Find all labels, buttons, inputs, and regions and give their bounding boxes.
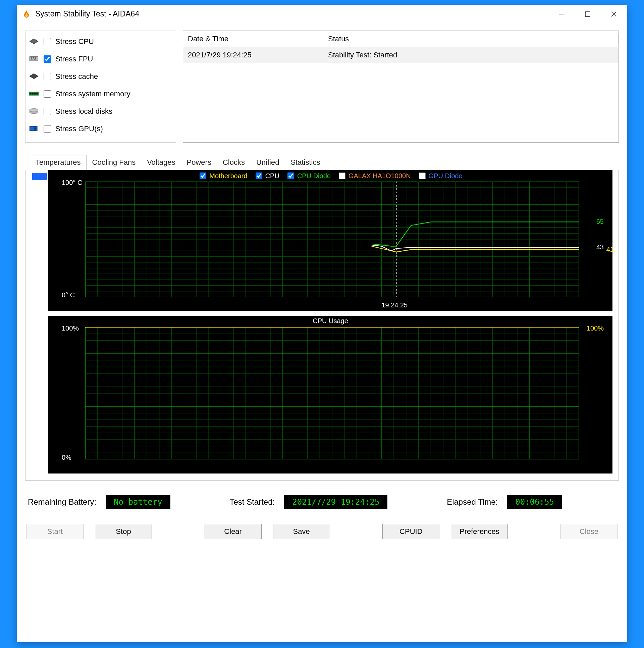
series-thumb[interactable] bbox=[32, 173, 47, 180]
memory-icon bbox=[29, 90, 39, 98]
stress-checkbox[interactable] bbox=[44, 55, 51, 63]
svg-rect-11 bbox=[34, 93, 36, 95]
window-controls bbox=[548, 6, 627, 22]
temp-grid bbox=[85, 182, 579, 297]
preferences-button[interactable]: Preferences bbox=[451, 524, 508, 539]
cache-icon bbox=[29, 73, 39, 80]
top-row: Stress CPU123Stress FPUStress cacheStres… bbox=[25, 31, 619, 143]
legend-label: CPU bbox=[265, 172, 279, 180]
event-log[interactable]: Date & Time Status 2021/7/29 19:24:25Sta… bbox=[183, 31, 619, 143]
stress-label: Stress CPU bbox=[55, 37, 94, 46]
close-button[interactable] bbox=[601, 6, 627, 22]
stress-label: Stress GPU(s) bbox=[55, 124, 103, 133]
tab-powers[interactable]: Powers bbox=[181, 155, 217, 170]
stress-option-cache[interactable]: Stress cache bbox=[29, 68, 172, 85]
log-header-time[interactable]: Date & Time bbox=[183, 35, 324, 43]
legend-checkbox[interactable] bbox=[287, 172, 294, 179]
started-label: Test Started: bbox=[229, 497, 275, 507]
log-row[interactable]: 2021/7/29 19:24:25Stability Test: Starte… bbox=[183, 47, 619, 63]
tab-statistics[interactable]: Statistics bbox=[285, 155, 326, 170]
elapsed-label: Elapsed Time: bbox=[447, 497, 498, 507]
stress-label: Stress FPU bbox=[55, 55, 93, 63]
stress-checkbox[interactable] bbox=[44, 38, 51, 45]
cpu-title: CPU Usage bbox=[48, 317, 612, 325]
elapsed-value: 00:06:55 bbox=[507, 495, 562, 509]
stress-checkbox[interactable] bbox=[44, 125, 51, 133]
legend-checkbox[interactable] bbox=[419, 172, 426, 179]
start-button[interactable]: Start bbox=[26, 524, 84, 539]
tab-unified[interactable]: Unified bbox=[251, 155, 285, 170]
log-header: Date & Time Status bbox=[183, 31, 619, 47]
started-value: 2021/7/29 19:24:25 bbox=[284, 495, 387, 509]
log-time: 2021/7/29 19:24:25 bbox=[183, 51, 324, 59]
legend-gpu-diode[interactable]: GPU Diode bbox=[418, 171, 463, 180]
window-title: System Stability Test - AIDA64 bbox=[35, 9, 548, 18]
legend-checkbox[interactable] bbox=[256, 172, 262, 179]
fpu-icon: 123 bbox=[29, 55, 39, 63]
battery-value: No battery bbox=[106, 495, 170, 509]
stress-checkbox[interactable] bbox=[44, 90, 51, 98]
stop-button[interactable]: Stop bbox=[95, 524, 152, 539]
svg-rect-12 bbox=[37, 93, 38, 95]
stress-option-fpu[interactable]: 123Stress FPU bbox=[29, 50, 172, 68]
graph-area: MotherboardCPUCPU DiodeGALAX HA1O1000NGP… bbox=[25, 170, 619, 481]
cpu-grid bbox=[85, 327, 579, 459]
graph-tabs: TemperaturesCooling FansVoltagesPowersCl… bbox=[25, 155, 619, 170]
maximize-button[interactable] bbox=[575, 6, 601, 22]
temp-y-min: 0° C bbox=[62, 291, 75, 299]
tab-cooling-fans[interactable]: Cooling Fans bbox=[87, 155, 142, 170]
stress-label: Stress local disks bbox=[55, 107, 112, 116]
legend-cpu[interactable]: CPU bbox=[254, 171, 279, 180]
legend-cpu-diode[interactable]: CPU Diode bbox=[286, 171, 331, 180]
clear-button[interactable]: Clear bbox=[205, 524, 262, 539]
tab-temperatures[interactable]: Temperatures bbox=[30, 155, 87, 170]
tab-clocks[interactable]: Clocks bbox=[217, 155, 251, 170]
series-thumbnails bbox=[32, 170, 48, 311]
separator bbox=[25, 519, 619, 519]
stress-option-cpu[interactable]: Stress CPU bbox=[29, 33, 172, 50]
legend-label: GALAX HA1O1000N bbox=[348, 172, 411, 180]
legend-galax-ha1o1000n[interactable]: GALAX HA1O1000N bbox=[337, 171, 411, 180]
log-header-status[interactable]: Status bbox=[324, 35, 619, 43]
legend-motherboard[interactable]: Motherboard bbox=[198, 171, 247, 180]
minimize-button[interactable] bbox=[548, 6, 575, 22]
cpuid-button[interactable]: CPUID bbox=[382, 524, 439, 539]
cpu-thumbnails bbox=[32, 316, 48, 473]
button-row: Start Stop Clear Save CPUID Preferences … bbox=[25, 524, 619, 547]
stress-checkbox[interactable] bbox=[44, 73, 51, 80]
legend-label: Motherboard bbox=[209, 172, 247, 180]
temperature-chart[interactable]: MotherboardCPUCPU DiodeGALAX HA1O1000NGP… bbox=[48, 170, 612, 311]
stress-option-memory[interactable]: Stress system memory bbox=[29, 85, 172, 103]
cpu-y-min: 0% bbox=[62, 454, 71, 461]
temperature-legend: MotherboardCPUCPU DiodeGALAX HA1O1000NGP… bbox=[48, 171, 612, 180]
stress-options: Stress CPU123Stress FPUStress cacheStres… bbox=[25, 31, 176, 143]
legend-label: CPU Diode bbox=[297, 172, 331, 180]
cpu-usage-graph-container: CPU Usage 100% 0% 100% bbox=[25, 316, 619, 473]
svg-rect-9 bbox=[30, 93, 32, 95]
flame-icon bbox=[22, 9, 31, 19]
svg-rect-10 bbox=[32, 93, 34, 95]
temp-readout: 41 bbox=[606, 246, 614, 253]
stress-option-disk[interactable]: Stress local disks bbox=[29, 103, 172, 120]
svg-text:123: 123 bbox=[31, 57, 36, 61]
cpu-usage-chart[interactable]: CPU Usage 100% 0% 100% bbox=[48, 316, 612, 473]
temp-readout: 65 bbox=[596, 218, 604, 226]
gpu-icon bbox=[29, 125, 39, 133]
svg-point-15 bbox=[30, 111, 38, 114]
app-window: System Stability Test - AIDA64 Stress CP… bbox=[17, 5, 627, 642]
stress-option-gpu[interactable]: Stress GPU(s) bbox=[29, 120, 172, 138]
legend-label: GPU Diode bbox=[429, 172, 463, 180]
legend-checkbox[interactable] bbox=[200, 172, 206, 179]
close-app-button[interactable]: Close bbox=[560, 524, 618, 539]
tab-voltages[interactable]: Voltages bbox=[141, 155, 181, 170]
battery-label: Remaining Battery: bbox=[28, 497, 96, 507]
stress-checkbox[interactable] bbox=[44, 108, 51, 115]
cpu-y-max: 100% bbox=[62, 325, 79, 332]
svg-point-17 bbox=[34, 127, 37, 130]
legend-checkbox[interactable] bbox=[339, 172, 345, 179]
client-area: Stress CPU123Stress FPUStress cacheStres… bbox=[17, 23, 627, 642]
save-button[interactable]: Save bbox=[273, 524, 330, 539]
svg-rect-1 bbox=[585, 12, 590, 16]
titlebar[interactable]: System Stability Test - AIDA64 bbox=[17, 5, 627, 23]
stress-label: Stress cache bbox=[55, 72, 98, 81]
